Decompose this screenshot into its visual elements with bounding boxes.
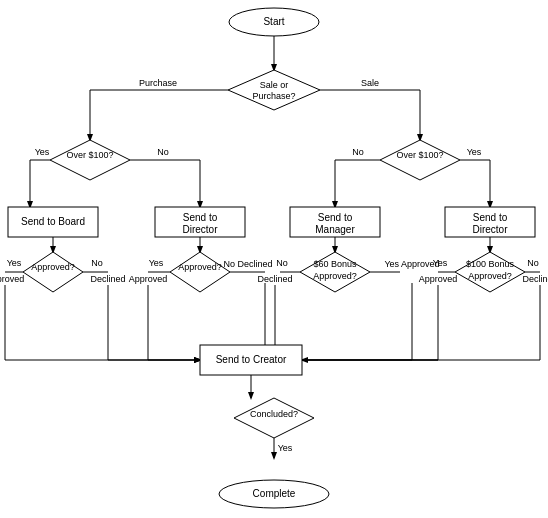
approved-director-right-label1: $100 Bonus — [466, 259, 515, 269]
approved-director-right-label2: Approved? — [468, 271, 512, 281]
yes-concluded-label: Yes — [278, 443, 293, 453]
no-right-label: No — [352, 147, 364, 157]
send-creator-label: Send to Creator — [216, 354, 287, 365]
concluded-label1: Concluded? — [250, 409, 298, 419]
dirright-no-declined: Declined — [522, 274, 548, 284]
manager-yes-label: Yes Approved — [384, 259, 439, 269]
send-manager-label2: Manager — [315, 224, 355, 235]
send-board-label: Send to Board — [21, 216, 85, 227]
sale-or-purchase-label2: Purchase? — [252, 91, 295, 101]
manager-no-label: No — [276, 258, 288, 268]
board-no-declined: Declined — [90, 274, 125, 284]
send-manager-label1: Send to — [318, 212, 353, 223]
send-director-left-label1: Send to — [183, 212, 218, 223]
sale-label: Sale — [361, 78, 379, 88]
dirright-yes-approved: Approved — [419, 274, 458, 284]
dirleft-yes-label: Yes — [149, 258, 164, 268]
manager-no-declined: Declined — [257, 274, 292, 284]
approved-director-left-label: Approved? — [178, 262, 222, 272]
sale-or-purchase-label1: Sale or — [260, 80, 289, 90]
approved-manager-label2: Approved? — [313, 271, 357, 281]
dirright-yes-label: Yes — [433, 258, 448, 268]
purchase-label: Purchase — [139, 78, 177, 88]
send-director-left-label2: Director — [182, 224, 218, 235]
approved-board-label1: Approved? — [31, 262, 75, 272]
dirleft-yes-approved: Approved — [129, 274, 168, 284]
yes-right-label: Yes — [467, 147, 482, 157]
start-label: Start — [263, 16, 284, 27]
board-yes-approved: Approved — [0, 274, 24, 284]
board-yes-label: Yes — [7, 258, 22, 268]
over100-left-label1: Over $100? — [66, 150, 113, 160]
flowchart-diagram: Start Sale or Purchase? Purchase Sale Ov… — [0, 0, 548, 518]
dirright-no-label: No — [527, 258, 539, 268]
over100-right-label1: Over $100? — [396, 150, 443, 160]
approved-manager-label1: $60 Bonus — [313, 259, 357, 269]
complete-label: Complete — [253, 488, 296, 499]
send-director-right-label1: Send to — [473, 212, 508, 223]
board-no-label: No — [91, 258, 103, 268]
no-left-label: No — [157, 147, 169, 157]
dirleft-no-label: No Declined — [223, 259, 272, 269]
send-director-right-label2: Director — [472, 224, 508, 235]
yes-left-label: Yes — [35, 147, 50, 157]
